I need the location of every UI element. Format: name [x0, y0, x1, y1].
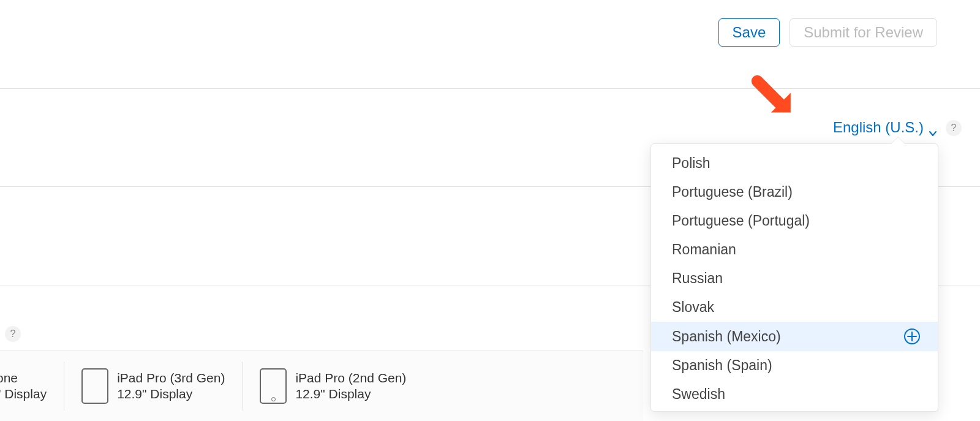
- language-menu-item-label: Romanian: [672, 241, 736, 258]
- annotation-arrow-icon: [748, 72, 797, 121]
- add-language-icon[interactable]: [903, 328, 921, 345]
- language-menu-item[interactable]: Portuguese (Portugal): [651, 207, 938, 235]
- language-menu-item[interactable]: Swedish: [651, 380, 938, 409]
- language-menu-item[interactable]: Romanian: [651, 235, 938, 264]
- language-menu-item[interactable]: Slovak: [651, 293, 938, 322]
- language-menu-item-label: Portuguese (Brazil): [672, 184, 793, 200]
- device-label: iPad Pro (3rd Gen)12.9" Display: [117, 370, 225, 403]
- device-tab[interactable]: iPad Pro (3rd Gen)12.9" Display: [64, 362, 242, 411]
- device-picker: one" DisplayiPad Pro (3rd Gen)12.9" Disp…: [0, 351, 643, 421]
- language-menu-item[interactable]: Polish: [651, 149, 938, 178]
- language-selector[interactable]: English (U.S.): [833, 119, 937, 136]
- action-bar: Save Submit for Review: [718, 18, 937, 47]
- language-menu-item-label: Portuguese (Portugal): [672, 213, 810, 229]
- language-menu-item-label: Russian: [672, 270, 723, 287]
- language-menu-item-label: Spanish (Mexico): [672, 328, 781, 345]
- device-tab[interactable]: one" Display: [0, 362, 64, 411]
- device-icon: [81, 368, 108, 404]
- section-divider: [0, 88, 980, 89]
- device-label: one" Display: [0, 370, 47, 403]
- language-menu-item[interactable]: Spanish (Spain): [651, 351, 938, 380]
- device-icon: [260, 368, 287, 404]
- language-selected-label: English (U.S.): [833, 119, 924, 136]
- language-menu-item[interactable]: Spanish (Mexico): [651, 322, 938, 351]
- submit-for-review-button: Submit for Review: [790, 18, 937, 47]
- save-button[interactable]: Save: [718, 18, 780, 47]
- language-menu-item[interactable]: Russian: [651, 264, 938, 293]
- language-menu-item-label: Slovak: [672, 299, 714, 316]
- language-menu-item[interactable]: Portuguese (Brazil): [651, 178, 938, 207]
- language-menu-item-label: Polish: [672, 155, 710, 172]
- chevron-down-icon: [929, 124, 937, 133]
- help-icon[interactable]: ?: [5, 326, 21, 342]
- language-menu-item-label: Swedish: [672, 386, 725, 403]
- device-label: iPad Pro (2nd Gen)12.9" Display: [295, 370, 406, 403]
- language-menu-item-label: Spanish (Spain): [672, 357, 772, 374]
- language-dropdown-menu[interactable]: PolishPortuguese (Brazil)Portuguese (Por…: [650, 143, 938, 412]
- help-icon[interactable]: ?: [946, 120, 962, 136]
- device-tab[interactable]: iPad Pro (2nd Gen)12.9" Display: [242, 362, 423, 411]
